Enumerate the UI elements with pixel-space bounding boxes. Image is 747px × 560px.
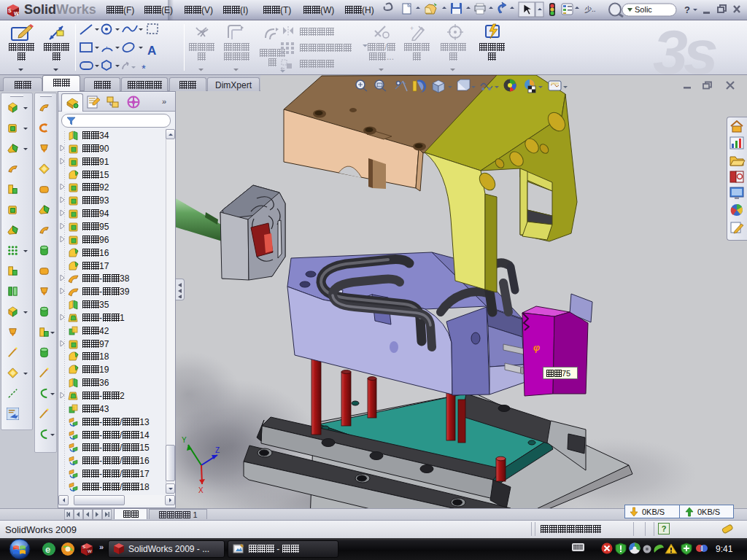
svg-text:»: » (99, 542, 104, 551)
svg-text:Z: Z (215, 446, 220, 454)
svg-text:W: W (88, 549, 92, 553)
svg-text:S: S (82, 545, 85, 549)
svg-text:A: A (147, 44, 156, 58)
svg-text:φ: φ (533, 342, 540, 353)
svg-text:*: * (142, 62, 146, 74)
svg-text:e: e (45, 544, 50, 555)
svg-text:少..: 少.. (584, 5, 596, 13)
svg-text:Solic: Solic (635, 5, 652, 14)
svg-text:X: X (198, 486, 204, 494)
svg-text:Y: Y (182, 436, 187, 444)
svg-text:+: + (410, 25, 414, 32)
svg-text:S: S (8, 8, 12, 13)
svg-text:W: W (14, 11, 19, 16)
